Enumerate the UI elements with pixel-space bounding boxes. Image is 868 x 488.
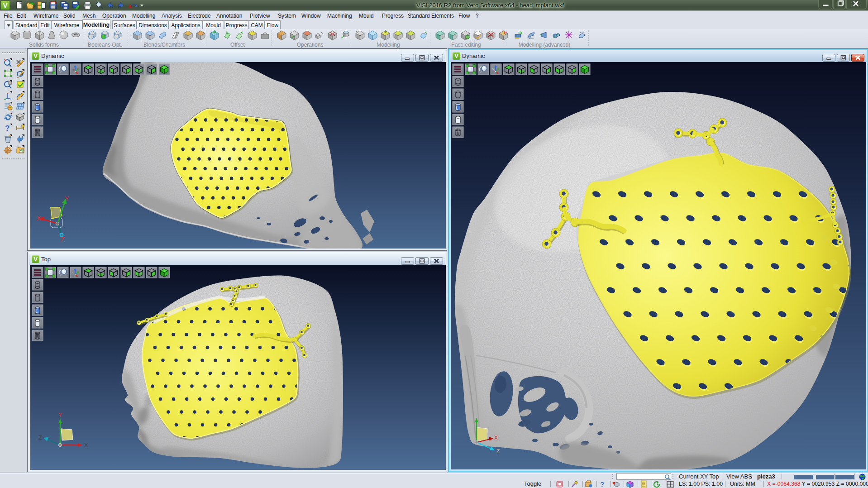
svg-text:?: ?: [600, 480, 604, 488]
svg-text:Y: Y: [58, 411, 62, 418]
svg-text:Y: Y: [475, 411, 478, 417]
svg-text:Z: Z: [496, 448, 500, 455]
svg-text:Z: Z: [38, 434, 42, 441]
svg-text:Z: Z: [61, 236, 65, 243]
svg-text:R: R: [504, 31, 507, 35]
svg-text:Y: Y: [65, 195, 69, 202]
svg-text:X: X: [84, 442, 88, 449]
svg-text:X: X: [37, 215, 41, 222]
svg-text:?: ?: [5, 124, 10, 133]
svg-text:X: X: [494, 435, 498, 441]
